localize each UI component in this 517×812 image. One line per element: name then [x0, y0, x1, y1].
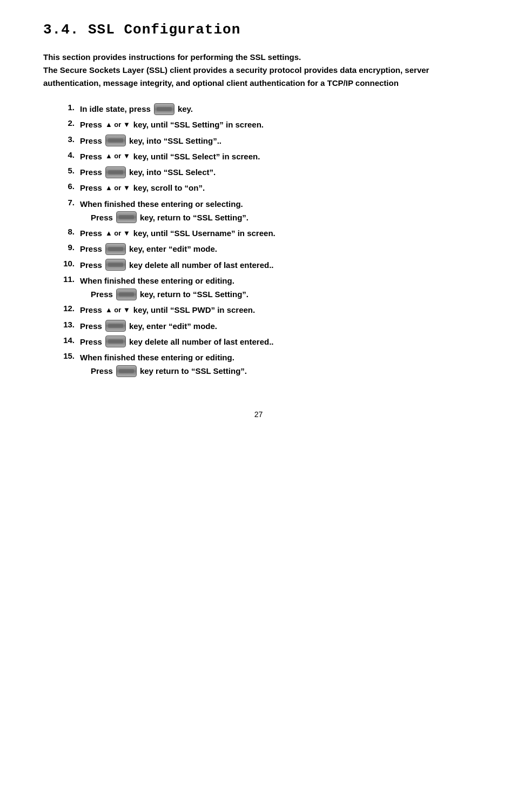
- list-item: 1.In idle state, press key.: [54, 103, 474, 115]
- step-number: 4.: [54, 150, 75, 159]
- up-down-arrow-icon: ▲ or ▼: [105, 183, 130, 193]
- step-number: 8.: [54, 227, 75, 236]
- step-number: 1.: [54, 103, 75, 112]
- step-number: 6.: [54, 182, 75, 191]
- step-content: Press▲ or ▼key, scroll to “on”.: [80, 182, 474, 194]
- list-item: 2.Press▲ or ▼key, until “SSL Setting” in…: [54, 118, 474, 131]
- button-icon: [154, 103, 174, 115]
- list-item: 11.When finished these entering or editi…: [54, 274, 474, 301]
- button-icon: [105, 166, 126, 178]
- page-number: 27: [43, 410, 474, 419]
- button-icon: [105, 259, 126, 271]
- step-content: Press key delete all number of last ente…: [80, 259, 474, 271]
- step-inline-line: Press key delete all number of last ente…: [80, 259, 474, 271]
- step-content: Press key, enter “edit” mode.: [80, 243, 474, 255]
- list-item: 14.Press key delete all number of last e…: [54, 335, 474, 348]
- step-number: 11.: [54, 274, 75, 284]
- step-content: When finished these entering or selectin…: [80, 198, 474, 224]
- up-down-arrow-icon: ▲ or ▼: [105, 151, 130, 162]
- step-number: 14.: [54, 335, 75, 345]
- step-number: 7.: [54, 198, 75, 207]
- button-icon: [105, 335, 126, 347]
- step-content: Press▲ or ▼key, until “SSL Setting” in s…: [80, 118, 474, 131]
- list-item: 15.When finished these entering or editi…: [54, 351, 474, 378]
- section-title: 3.4. SSL Configuration: [43, 22, 474, 38]
- button-icon: [105, 243, 126, 255]
- step-content: Press▲ or ▼key, until “SSL PWD” in scree…: [80, 304, 474, 316]
- step-inline-line: Press key, enter “edit” mode.: [80, 320, 474, 332]
- list-item: 12.Press▲ or ▼key, until “SSL PWD” in sc…: [54, 304, 474, 316]
- button-icon: [116, 211, 137, 223]
- up-down-arrow-icon: ▲ or ▼: [105, 228, 130, 239]
- step-content: When finished these entering or editing.…: [80, 351, 474, 378]
- step-inline-line: Press key delete all number of last ente…: [80, 335, 474, 348]
- step-content: Press key, into “SSL Select”.: [80, 166, 474, 178]
- button-icon: [105, 320, 126, 332]
- step-inline-line: Press▲ or ▼key, scroll to “on”.: [80, 182, 474, 194]
- step-sub-line: Press key return to “SSL Setting”.: [80, 365, 474, 377]
- step-content: Press▲ or ▼key, until “SSL Username” in …: [80, 227, 474, 239]
- list-item: 9.Press key, enter “edit” mode.: [54, 243, 474, 255]
- list-item: 10.Press key delete all number of last e…: [54, 259, 474, 271]
- step-sub-line: Press key, return to “SSL Setting”.: [80, 288, 474, 300]
- step-number: 2.: [54, 118, 75, 127]
- step-number: 12.: [54, 304, 75, 313]
- list-item: 13.Press key, enter “edit” mode.: [54, 320, 474, 332]
- step-inline-line: Press▲ or ▼key, until “SSL Username” in …: [80, 227, 474, 239]
- step-number: 5.: [54, 166, 75, 175]
- list-item: 6.Press▲ or ▼key, scroll to “on”.: [54, 182, 474, 194]
- step-inline-line: Press key, into “SSL Setting”..: [80, 135, 474, 147]
- list-item: 4.Press▲ or ▼key, until “SSL Select” in …: [54, 150, 474, 163]
- list-item: 5.Press key, into “SSL Select”.: [54, 166, 474, 178]
- step-number: 15.: [54, 351, 75, 360]
- step-number: 10.: [54, 259, 75, 268]
- step-number: 13.: [54, 320, 75, 329]
- intro-text: This section provides instructions for p…: [43, 51, 474, 90]
- up-down-arrow-icon: ▲ or ▼: [105, 119, 130, 130]
- step-inline-line: Press▲ or ▼key, until “SSL Setting” in s…: [80, 118, 474, 131]
- step-inline-line: Press▲ or ▼key, until “SSL PWD” in scree…: [80, 304, 474, 316]
- step-inline-line: In idle state, press key.: [80, 103, 474, 115]
- step-content: In idle state, press key.: [80, 103, 474, 115]
- step-inline-line: Press▲ or ▼key, until “SSL Select” in sc…: [80, 150, 474, 163]
- list-item: 8.Press▲ or ▼key, until “SSL Username” i…: [54, 227, 474, 239]
- step-content: When finished these entering or editing.…: [80, 274, 474, 301]
- step-inline-line: Press key, into “SSL Select”.: [80, 166, 474, 178]
- step-content: Press▲ or ▼key, until “SSL Select” in sc…: [80, 150, 474, 163]
- step-content: Press key, into “SSL Setting”..: [80, 135, 474, 147]
- up-down-arrow-icon: ▲ or ▼: [105, 305, 130, 316]
- step-inline-line: Press key, enter “edit” mode.: [80, 243, 474, 255]
- button-icon: [116, 365, 137, 377]
- button-icon: [105, 135, 126, 146]
- step-content: Press key delete all number of last ente…: [80, 335, 474, 348]
- step-content: Press key, enter “edit” mode.: [80, 320, 474, 332]
- step-number: 9.: [54, 243, 75, 252]
- list-item: 7.When finished these entering or select…: [54, 198, 474, 224]
- button-icon: [116, 288, 137, 300]
- step-number: 3.: [54, 135, 75, 144]
- steps-list: 1.In idle state, press key.2.Press▲ or ▼…: [54, 103, 474, 378]
- list-item: 3.Press key, into “SSL Setting”..: [54, 135, 474, 147]
- step-sub-line: Press key, return to “SSL Setting”.: [80, 211, 474, 224]
